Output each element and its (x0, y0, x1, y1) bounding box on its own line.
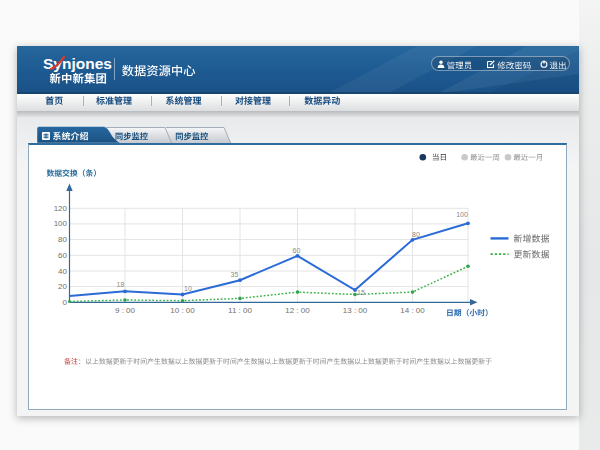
svg-text:60: 60 (293, 247, 301, 254)
svg-text:80: 80 (58, 235, 67, 244)
svg-text:60: 60 (58, 251, 67, 260)
svg-text:18: 18 (117, 281, 125, 288)
svg-text:14 : 00: 14 : 00 (400, 306, 425, 315)
svg-text:11 : 00: 11 : 00 (228, 306, 252, 315)
svg-text:80: 80 (412, 231, 420, 238)
svg-text:35: 35 (231, 271, 239, 278)
svg-text:12 : 00: 12 : 00 (285, 306, 310, 315)
svg-text:120: 120 (54, 204, 68, 213)
svg-text:0: 0 (63, 298, 68, 307)
svg-text:100: 100 (456, 211, 468, 218)
svg-text:13 : 00: 13 : 00 (343, 306, 368, 315)
svg-text:10: 10 (184, 285, 192, 292)
svg-text:20: 20 (58, 282, 67, 291)
svg-text:10 : 00: 10 : 00 (170, 306, 195, 315)
svg-text:15: 15 (357, 289, 365, 296)
svg-text:100: 100 (54, 219, 68, 228)
svg-text:40: 40 (58, 267, 67, 276)
svg-text:9 : 00: 9 : 00 (115, 306, 136, 315)
